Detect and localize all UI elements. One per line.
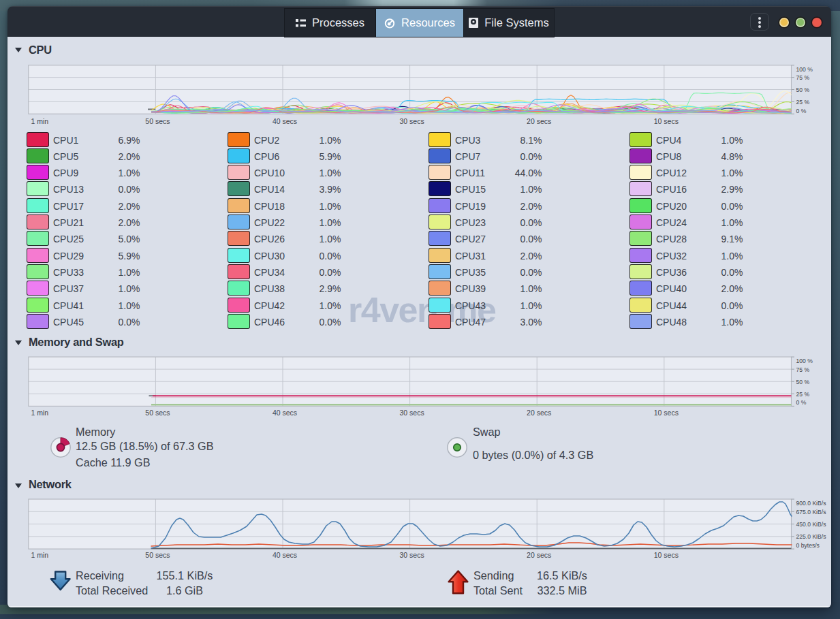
svg-text:50 %: 50 % xyxy=(796,86,810,93)
svg-text:100 %: 100 % xyxy=(796,358,813,364)
svg-text:30 secs: 30 secs xyxy=(400,551,424,559)
svg-text:25 %: 25 % xyxy=(796,391,810,398)
svg-text:50 %: 50 % xyxy=(796,379,810,385)
svg-text:75 %: 75 % xyxy=(796,74,810,81)
svg-text:75 %: 75 % xyxy=(796,366,810,373)
svg-text:20 secs: 20 secs xyxy=(527,551,551,559)
svg-text:450.0 KiB/s: 450.0 KiB/s xyxy=(796,521,826,528)
svg-text:40 secs: 40 secs xyxy=(273,551,297,559)
svg-text:40 secs: 40 secs xyxy=(273,117,297,125)
svg-text:20 secs: 20 secs xyxy=(527,117,551,125)
svg-text:50 secs: 50 secs xyxy=(145,117,170,125)
svg-text:10 secs: 10 secs xyxy=(654,117,679,125)
svg-text:100 %: 100 % xyxy=(796,66,813,73)
svg-text:50 secs: 50 secs xyxy=(145,551,170,559)
svg-text:25 %: 25 % xyxy=(796,99,810,106)
svg-text:1 min: 1 min xyxy=(31,409,49,417)
svg-text:1 min: 1 min xyxy=(31,117,49,125)
svg-text:900.0 KiB/s: 900.0 KiB/s xyxy=(796,500,826,507)
svg-text:0 %: 0 % xyxy=(796,108,807,114)
svg-text:225.0 KiB/s: 225.0 KiB/s xyxy=(796,533,826,540)
svg-text:50 secs: 50 secs xyxy=(145,409,170,417)
svg-text:10 secs: 10 secs xyxy=(654,409,679,417)
svg-text:40 secs: 40 secs xyxy=(273,409,297,417)
svg-text:1 min: 1 min xyxy=(31,551,49,559)
svg-text:675.0 KiB/s: 675.0 KiB/s xyxy=(796,509,826,515)
svg-text:30 secs: 30 secs xyxy=(400,117,424,125)
svg-text:10 secs: 10 secs xyxy=(654,551,679,559)
svg-text:20 secs: 20 secs xyxy=(527,409,551,417)
svg-text:0 bytes/s: 0 bytes/s xyxy=(796,542,820,549)
svg-text:30 secs: 30 secs xyxy=(400,409,424,417)
svg-text:0 %: 0 % xyxy=(796,399,807,406)
